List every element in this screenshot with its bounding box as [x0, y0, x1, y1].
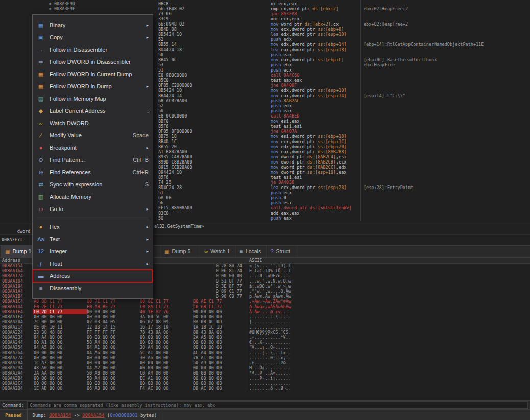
menu-item-text[interactable]: AaText▸: [33, 233, 153, 245]
dump-row[interactable]: 008AA23484 A4 00 0000 00 00 0000 00 00 0…: [0, 335, 530, 340]
dump-hex-group: 7C 00 00 00: [34, 319, 87, 324]
disasm-instruction: call dword ptr ds:[<&lstrlenW>]: [271, 205, 352, 211]
menu-item-follow-dword-in-dump[interactable]: ▦Follow DWORD in Dump▸: [33, 80, 153, 92]
dump-address: 008AA174: [2, 273, 23, 278]
menu-item-copy[interactable]: ▣Copy▸: [33, 31, 153, 43]
dump-row[interactable]: 008AA2047C 00 00 0002 03 04 0506 07 08 0…: [0, 319, 530, 324]
disasm-row[interactable]: ●008A3F9F66:3B48 02cmp cx,word ptr ds:[e…: [0, 6, 530, 11]
menu-item-sync-with-expression[interactable]: ⇄Sync with expressionS: [33, 178, 153, 191]
disasm-bytes: 85F6: [158, 175, 168, 180]
disasm-bytes: 0F85 8F000000: [158, 129, 192, 134]
dump-hex-group: 12 13 14 15: [87, 324, 140, 330]
menu-item-modify-value[interactable]: ∕Modify ValueSpace: [33, 129, 153, 142]
dump-hex-group: 00 00 00 00: [87, 314, 140, 319]
disasm-bytes: 8D4424 18: [158, 47, 182, 52]
disasm-instruction: mov edx,dword ptr ss:[esp+10]: [271, 88, 346, 93]
dump-hex-group: 2A AA 00 00: [34, 370, 87, 376]
label-current-address-icon: ◆: [37, 108, 45, 114]
dump-row[interactable]: 008AA2140E 0F 10 1112 13 14 1516 17 18 1…: [0, 324, 530, 330]
find-references-icon: ⊚: [37, 169, 45, 176]
disasm-bytes: 51: [158, 190, 163, 195]
tab-watch-1[interactable]: ∞Watch 1: [200, 246, 236, 257]
disasm-instruction: push edx: [271, 37, 292, 42]
dump-hex-group: 88 43 8A 00: [193, 330, 246, 335]
disasm-row[interactable]: ●008A3F9D0BC8or ecx,eax: [0, 1, 530, 6]
dump-row[interactable]: 008AA1E4C0 2D C1 7700 00 00 0040 1E A2 7…: [0, 309, 530, 314]
menu-item-binary[interactable]: ▦Binary▸: [33, 19, 153, 31]
dump-address: 008AA2D4: [2, 386, 23, 391]
command-label: Command:: [2, 403, 24, 408]
disasm-instruction: push eax: [271, 52, 292, 57]
command-input[interactable]: [27, 401, 528, 409]
menu-item-address[interactable]: ▬Address: [33, 270, 153, 282]
disasm-bytes: 890D C8B28A00: [158, 159, 192, 165]
menu-item-find-references[interactable]: ⊚Find ReferencesCtrl+R: [33, 166, 153, 178]
dump-hex-group: 94 A5 00 00: [34, 345, 87, 350]
tab-locals[interactable]: ≡Locals: [236, 246, 267, 257]
menu-item-integer[interactable]: 12Integer▸: [33, 245, 153, 258]
menu-item-find-pattern[interactable]: ⊙Find Pattern...Ctrl+B: [33, 154, 153, 166]
dump-row[interactable]: 008AA22423 30 48 80FF FF FF FF78 43 8A 0…: [0, 330, 530, 335]
goto-icon: ↦: [37, 206, 45, 213]
disasm-bytes: 894424 10: [158, 170, 182, 175]
struct-icon: ?: [271, 249, 274, 254]
dump-row[interactable]: 008AA1F400 00 00 0000 00 00 003A 00 5C 0…: [0, 314, 530, 319]
status-addr-to-link[interactable]: 008AA154: [82, 413, 104, 418]
dump-row[interactable]: 008AA2C400 00 00 0000 00 00 0000 00 00 0…: [0, 381, 530, 386]
disasm-bytes: 52: [158, 103, 163, 108]
dump-row[interactable]: 008AA26400 00 00 0004 A6 00 005C A1 00 0…: [0, 350, 530, 355]
menu-item-float[interactable]: ƒFloat▸: [33, 258, 153, 270]
menu-item-label-current-address[interactable]: ◆Label Current Address:: [33, 105, 153, 117]
menu-item-follow-in-disassembler[interactable]: →Follow in Disassembler: [33, 43, 153, 56]
disasm-bytes: 74 25: [158, 180, 172, 185]
menu-item-label: Disassembly: [50, 285, 149, 291]
dump-row[interactable]: 008AA2D41E AD 00 0006 AD 00 00F4 AC 00 0…: [0, 386, 530, 391]
dump-ascii: À-Áw....@.¢v....: [249, 309, 291, 314]
disasm-bytes: 8935 C4B28A00: [158, 154, 192, 159]
menu-item-follow-in-memory-map[interactable]: ▤Follow in Memory Map: [33, 92, 153, 105]
dump-hex-group: 40 1E A2 76: [140, 309, 194, 314]
menu-item-follow-dword-in-current-dump[interactable]: ▦Follow DWORD in Current Dump: [33, 68, 153, 80]
dump-hex-group: 06 07 08 09: [140, 319, 194, 324]
menu-shortcut: S: [145, 181, 149, 188]
disasm-bytes: 50: [158, 108, 163, 113]
dump-row[interactable]: 008AA29448 A0 00 00D4 A2 00 0000 00 00 0…: [0, 365, 530, 370]
disasm-comment: ebx+02:HeapFree+2: [364, 21, 408, 27]
dump-hex-group: FF FF FF FF: [87, 330, 140, 335]
dump-ascii: „¤..........*¥..: [249, 335, 291, 340]
status-addr-from-link[interactable]: 008AA154: [49, 413, 71, 418]
dump-row[interactable]: 008AA27400 00 00 0000 00 00 0030 A6 00 0…: [0, 355, 530, 360]
menu-item-label: Integer: [50, 248, 142, 254]
dump-address: 008AA264: [2, 350, 23, 355]
dump-hex-group: 50 A0 00 00: [87, 370, 140, 376]
integer-icon: 12: [37, 248, 45, 254]
dump-row[interactable]: 008AA2841C A3 00 0000 00 00 0000 00 00 0…: [0, 360, 530, 365]
disasm-instruction: cmp cx,word ptr ds:[ebx+2]: [271, 6, 339, 11]
menu-item-hex[interactable]: ●Hex▸: [33, 221, 153, 233]
dump-row[interactable]: 008AA2B400 00 00 0050 A4 00 00EC A1 00 0…: [0, 376, 530, 381]
tab-label: Struct: [276, 248, 290, 254]
tab-struct[interactable]: ?Struct: [267, 246, 297, 257]
menu-item-breakpoint[interactable]: ●Breakpoint▸: [33, 142, 153, 154]
menu-item-disassembly[interactable]: ≡Disassembly: [33, 282, 153, 294]
dump-ascii: ................: [249, 324, 291, 330]
menu-item-goto[interactable]: ↦Go to▸: [33, 203, 153, 215]
tab-dump-5[interactable]: ▦Dump 5: [160, 246, 200, 257]
dump-hex-group: 00 00 00 00: [140, 360, 194, 365]
menu-item-allocate-memory[interactable]: ▥Allocate Memory: [33, 191, 153, 203]
tab-label: Locals: [246, 248, 261, 254]
menu-item-label: Watch DWORD: [50, 120, 149, 126]
dump-address: 008AA1D4: [2, 304, 23, 309]
menu-item-watch-dword[interactable]: ∞Watch DWORD: [33, 117, 153, 129]
dump-row[interactable]: 008AA25494 A5 00 0084 A1 00 0030 A4 00 0…: [0, 345, 530, 350]
menu-item-label: Copy: [50, 34, 142, 40]
disasm-bytes: 8B55 20: [158, 144, 177, 149]
dump-address: 008AA1E4: [2, 309, 23, 314]
dump-row[interactable]: 008AA2A42A AA 00 0050 A0 00 00C0 A4 00 0…: [0, 370, 530, 376]
disasm-instruction: mov eax,dword ptr ss:[esp+14]: [271, 93, 346, 98]
menu-item-follow-dword-in-disassembler[interactable]: ⇒Follow DWORD in Disassembler: [33, 56, 153, 68]
dump-row[interactable]: 008AA1D4F0 2E C1 77E0 AB BF 77C0 8A C1 7…: [0, 304, 530, 309]
dump-row[interactable]: 008AA24480 A1 00 0058 A4 00 0000 00 00 0…: [0, 340, 530, 345]
disasm-bytes: 50: [158, 216, 163, 221]
dump-row[interactable]: 008AA1C4A0 BB C1 7700 7E C1 7700 8E C1 7…: [0, 299, 530, 304]
